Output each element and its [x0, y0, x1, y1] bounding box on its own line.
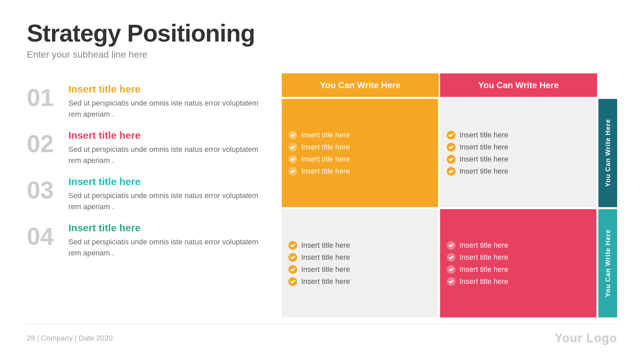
grid-cell-item: Insert title here	[288, 253, 431, 262]
list-item-desc: Sed ut perspiciatis unde omnis iste natu…	[68, 236, 262, 258]
grid-col-header: You Can Write Here	[440, 73, 597, 97]
check-icon	[288, 131, 297, 139]
grid-cell-item: Insert title here	[288, 241, 431, 250]
item-label: Insert title here	[460, 277, 508, 286]
footer-left: 28 | Company | Date 2020	[27, 334, 113, 343]
check-icon	[288, 143, 297, 152]
list-item-title: Insert title here	[68, 222, 262, 234]
grid-cell-item: Insert title here	[288, 277, 431, 286]
list-item-1: 01 Insert title here Sed ut perspiciatis…	[27, 83, 262, 120]
item-label: Insert title here	[301, 277, 350, 286]
item-label: Insert title here	[301, 143, 350, 152]
list-item-4: 04 Insert title here Sed ut perspiciatis…	[27, 222, 262, 258]
grid-cell: Insert title here Insert title here Inse…	[440, 209, 596, 317]
check-icon	[288, 253, 297, 262]
item-label: Insert title here	[460, 155, 508, 164]
check-icon	[447, 167, 455, 176]
list-number: 01	[27, 83, 60, 110]
item-label: Insert title here	[301, 241, 350, 250]
item-label: Insert title here	[301, 167, 350, 176]
grid-body: Insert title here Insert title here Inse…	[282, 99, 617, 317]
check-icon	[288, 277, 297, 286]
check-icon	[447, 155, 455, 164]
grid-cell-item: Insert title here	[288, 131, 431, 139]
list-item-2: 02 Insert title here Sed ut perspiciatis…	[27, 130, 262, 166]
grid-cell-item: Insert title here	[447, 131, 590, 139]
list-item-3: 03 Insert title here Sed ut perspiciatis…	[27, 176, 262, 212]
footer-logo: Your Logo	[555, 331, 617, 345]
item-label: Insert title here	[460, 131, 508, 139]
check-icon	[447, 131, 455, 139]
list-item-title: Insert title here	[68, 83, 262, 95]
grid-cell: Insert title here Insert title here Inse…	[440, 99, 596, 207]
grid-cell: Insert title here Insert title here Inse…	[282, 209, 438, 317]
list-item-desc: Sed ut perspiciatis unde omnis iste natu…	[68, 144, 262, 166]
item-label: Insert title here	[460, 265, 508, 274]
grid-cell-item: Insert title here	[288, 143, 431, 152]
footer-company: | Company | Date 2020	[37, 334, 113, 342]
list-number: 03	[27, 176, 60, 202]
list-item-title: Insert title here	[68, 176, 262, 187]
item-label: Insert title here	[460, 143, 508, 152]
side-label-cell: You Can Write Here	[598, 209, 617, 317]
grid-cell-item: Insert title here	[447, 143, 590, 152]
check-icon	[288, 265, 297, 274]
side-label-cell: You Can Write Here	[598, 99, 617, 207]
grid-cell-item: Insert title here	[447, 277, 590, 286]
item-label: Insert title here	[460, 253, 508, 262]
sub-title: Enter your subhead line here	[27, 49, 617, 60]
list-text: Insert title here Sed ut perspiciatis un…	[68, 176, 262, 212]
item-label: Insert title here	[301, 155, 350, 164]
item-label: Insert title here	[301, 131, 350, 139]
content-area: 01 Insert title here Sed ut perspiciatis…	[27, 73, 617, 317]
grid-row-1: Insert title here Insert title here Inse…	[282, 99, 617, 207]
check-icon	[288, 241, 297, 250]
check-icon	[447, 277, 455, 286]
grid-cell: Insert title here Insert title here Inse…	[282, 99, 438, 207]
grid-row-2: Insert title here Insert title here Inse…	[282, 209, 617, 317]
list-item-title: Insert title here	[68, 130, 262, 141]
check-icon	[447, 265, 455, 274]
check-icon	[447, 143, 455, 152]
check-icon	[288, 167, 297, 176]
grid-cell-item: Insert title here	[447, 253, 590, 262]
side-label-text: You Can Write Here	[604, 119, 612, 187]
grid-header-row: You Can Write HereYou Can Write Here	[282, 73, 617, 97]
item-label: Insert title here	[460, 241, 508, 250]
list-number: 04	[27, 222, 60, 248]
page-number: 28	[27, 334, 37, 342]
left-list: 01 Insert title here Sed ut perspiciatis…	[27, 73, 262, 317]
slide: Strategy Positioning Enter your subhead …	[0, 0, 644, 362]
slide-header: Strategy Positioning Enter your subhead …	[27, 20, 617, 60]
list-text: Insert title here Sed ut perspiciatis un…	[68, 130, 262, 166]
main-title: Strategy Positioning	[27, 20, 617, 47]
list-item-desc: Sed ut perspiciatis unde omnis iste natu…	[68, 190, 262, 212]
check-icon	[447, 241, 455, 250]
item-label: Insert title here	[460, 167, 508, 176]
list-number: 02	[27, 130, 60, 156]
item-label: Insert title here	[301, 265, 350, 274]
check-icon	[447, 253, 455, 262]
grid-cell-item: Insert title here	[447, 155, 590, 164]
grid-cell-item: Insert title here	[288, 265, 431, 274]
list-text: Insert title here Sed ut perspiciatis un…	[68, 222, 262, 258]
grid-header-spacer	[598, 73, 617, 97]
grid-cell-item: Insert title here	[447, 265, 590, 274]
grid-col-header: You Can Write Here	[282, 73, 439, 97]
check-icon	[288, 155, 297, 164]
side-label-text: You Can Write Here	[604, 229, 612, 297]
grid-cell-item: Insert title here	[447, 241, 590, 250]
list-text: Insert title here Sed ut perspiciatis un…	[68, 83, 262, 120]
grid-cell-item: Insert title here	[288, 155, 431, 164]
list-item-desc: Sed ut perspiciatis unde omnis iste natu…	[68, 98, 262, 120]
grid-cell-item: Insert title here	[447, 167, 590, 176]
footer: 28 | Company | Date 2020 Your Logo	[27, 324, 617, 345]
right-grid: You Can Write HereYou Can Write Here Ins…	[282, 73, 617, 317]
item-label: Insert title here	[301, 253, 350, 262]
grid-cell-item: Insert title here	[288, 167, 431, 176]
